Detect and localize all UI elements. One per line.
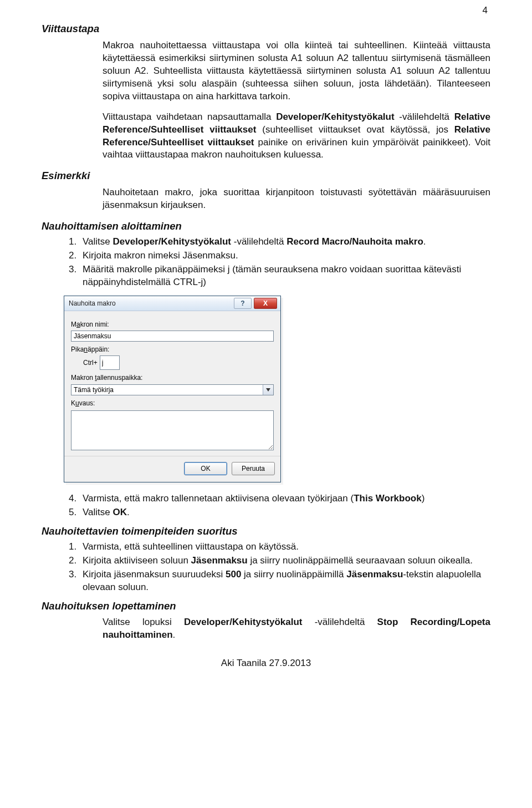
bold: This Workbook xyxy=(354,493,421,504)
text: (suhteelliset viittaukset ovat käytössä,… xyxy=(256,124,454,135)
record-macro-dialog: Nauhoita makro ? X Makron nimi: Pikanäpp… xyxy=(64,296,281,482)
macro-name-label: Makron nimi: xyxy=(71,320,274,329)
list-aloittaminen: Valitse Developer/Kehitystyökalut -välil… xyxy=(64,236,490,289)
ctrl-prefix: Ctrl+ xyxy=(83,358,98,367)
store-combo-input[interactable] xyxy=(71,384,274,395)
paragraph: Viittaustapa vaihdetaan napsauttamalla D… xyxy=(103,111,490,162)
text: . xyxy=(173,629,176,640)
heading-aloittaminen: Nauhoittamisen aloittaminen xyxy=(42,220,490,233)
heading-esimerkki: Esimerkki xyxy=(42,169,490,183)
text: Varmista, että makro tallennetaan aktiiv… xyxy=(83,493,354,504)
description-input[interactable] xyxy=(71,410,274,450)
help-icon: ? xyxy=(241,299,244,308)
close-button[interactable]: X xyxy=(254,298,277,309)
text: kron nimi: xyxy=(80,321,109,328)
text: -j) xyxy=(198,277,206,287)
dialog-body: Makron nimi: Pikanäppäin: Ctrl+ Makron t… xyxy=(64,311,280,456)
text: ja siirry nuolinäppäimillä xyxy=(241,569,346,580)
bold: Record Macro/Nauhoita makro xyxy=(287,236,423,247)
text: Makron xyxy=(71,374,95,382)
list-item: Kirjoita jäsenmaksun suuruudeksi 500 ja … xyxy=(79,568,490,594)
text: . xyxy=(423,236,426,247)
list-item: Kirjoita aktiiviseen soluun Jäsenmaksu j… xyxy=(79,555,490,567)
text: Valitse xyxy=(83,236,113,247)
text: -välilehdeltä xyxy=(315,617,377,627)
section-lopettaminen: Valitse lopuksi Developer/Kehitystyökalu… xyxy=(103,616,490,642)
list-item: Varmista, että makro tallennetaan aktiiv… xyxy=(79,492,490,505)
list-item: Kirjoita makron nimeksi Jäsenmaksu. xyxy=(79,250,490,262)
text: allennuspaikka: xyxy=(97,374,143,382)
cancel-button[interactable]: Peruuta xyxy=(232,462,275,475)
section-viittaustapa: Makroa nauhoitettaessa viittaustapa voi … xyxy=(103,39,490,161)
accelerator: a xyxy=(76,321,80,328)
bold: 500 xyxy=(226,569,241,580)
shortcut-input[interactable] xyxy=(100,355,120,370)
text: äppäin: xyxy=(88,345,109,353)
bold: Developer/Kehitystyökalut xyxy=(184,617,315,627)
bold: Jäsenmaksu xyxy=(191,555,248,566)
text: -välilehdeltä xyxy=(399,111,454,122)
text: Valitse xyxy=(83,507,113,517)
list-item: Varmista, että suhteellinen viittaustapa… xyxy=(79,541,490,553)
text: ) xyxy=(422,493,425,504)
store-combo[interactable] xyxy=(71,384,274,395)
help-button[interactable]: ? xyxy=(234,298,252,309)
list-item: Valitse Developer/Kehitystyökalut -välil… xyxy=(79,236,490,248)
text: M xyxy=(71,321,76,328)
text: Kirjoita jäsenmaksun suuruudeksi xyxy=(83,569,226,580)
text: K xyxy=(71,399,75,407)
heading-lopettaminen: Nauhoituksen lopettaminen xyxy=(42,599,490,613)
text-ctrl: CTRL xyxy=(173,277,198,287)
page: 4 Viittaustapa Makroa nauhoitettaessa vi… xyxy=(0,0,532,808)
text: Valitse lopuksi xyxy=(103,617,184,627)
store-label: Makron tallennuspaikka: xyxy=(71,373,274,382)
macro-name-input[interactable] xyxy=(71,331,274,342)
paragraph: Valitse lopuksi Developer/Kehitystyökalu… xyxy=(103,616,490,642)
section-esimerkki: Nauhoitetaan makro, joka suorittaa kirja… xyxy=(103,186,490,212)
accelerator: u xyxy=(75,399,79,407)
list-item: Valitse OK. xyxy=(79,506,490,519)
text: . xyxy=(127,507,130,517)
dialog-title: Nauhoita makro xyxy=(69,299,232,308)
list-toimenpiteet: Varmista, että suhteellinen viittaustapa… xyxy=(64,541,490,594)
text: Pika xyxy=(71,345,84,353)
text: vaus: xyxy=(79,399,95,407)
text: ja siirry nuolinäppäimellä seuraavaan so… xyxy=(248,555,473,566)
ok-button[interactable]: OK xyxy=(184,462,227,475)
description-label: Kuvaus: xyxy=(71,399,274,408)
shortcut-row: Ctrl+ xyxy=(83,355,274,370)
text: Määritä makrolle pikanäppäimeksi j (tämä… xyxy=(83,264,461,287)
paragraph: Nauhoitetaan makro, joka suorittaa kirja… xyxy=(103,186,490,212)
paragraph: Makroa nauhoitettaessa viittaustapa voi … xyxy=(103,39,490,103)
chevron-down-icon xyxy=(266,388,270,392)
dialog-button-row: OK Peruuta xyxy=(64,456,280,482)
text: Kirjoita aktiiviseen soluun xyxy=(83,555,191,566)
heading-toimenpiteet: Nauhoitettavien toimenpiteiden suoritus xyxy=(42,525,490,538)
shortcut-label: Pikanäppäin: xyxy=(71,345,274,354)
page-number: 4 xyxy=(483,4,488,17)
heading-viittaustapa: Viittaustapa xyxy=(42,22,490,36)
bold: Developer/Kehitystyökalut xyxy=(276,111,399,122)
bold: OK xyxy=(113,507,127,517)
text: -välilehdeltä xyxy=(234,236,287,247)
page-footer: Aki Taanila 27.9.2013 xyxy=(42,657,490,670)
bold: Developer/Kehitystyökalut xyxy=(113,236,234,247)
text: Viittaustapa vaihdetaan napsauttamalla xyxy=(103,111,276,122)
bold: Jäsenmaksu xyxy=(346,569,403,580)
combo-dropdown-button[interactable] xyxy=(263,385,273,395)
close-icon: X xyxy=(263,299,268,308)
list-item: Määritä makrolle pikanäppäimeksi j (tämä… xyxy=(79,263,490,289)
list-aloittaminen-cont: Varmista, että makro tallennetaan aktiiv… xyxy=(64,492,490,519)
dialog-titlebar: Nauhoita makro ? X xyxy=(64,296,280,311)
